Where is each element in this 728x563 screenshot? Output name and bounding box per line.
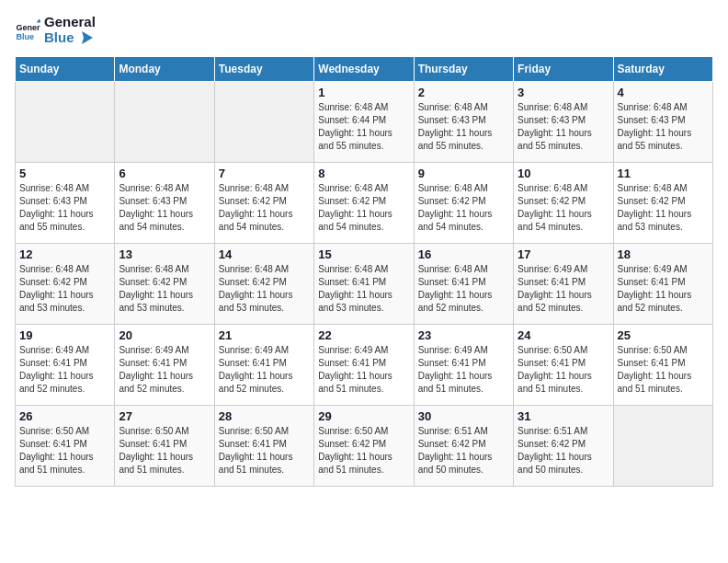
calendar-cell: 6Sunrise: 6:48 AMSunset: 6:43 PMDaylight… xyxy=(115,163,214,244)
logo-icon: General Blue xyxy=(15,17,40,43)
logo-blue: Blue xyxy=(44,30,96,46)
calendar-cell: 24Sunrise: 6:50 AMSunset: 6:41 PMDayligh… xyxy=(514,325,613,406)
day-number: 25 xyxy=(618,328,709,342)
calendar-cell xyxy=(613,406,712,487)
day-info: Sunrise: 6:48 AMSunset: 6:43 PMDaylight:… xyxy=(19,182,110,234)
calendar-cell: 12Sunrise: 6:48 AMSunset: 6:42 PMDayligh… xyxy=(16,244,115,325)
calendar-cell: 19Sunrise: 6:49 AMSunset: 6:41 PMDayligh… xyxy=(16,325,115,406)
day-number: 17 xyxy=(518,247,609,261)
day-info: Sunrise: 6:49 AMSunset: 6:41 PMDaylight:… xyxy=(418,344,509,396)
day-number: 29 xyxy=(318,409,409,423)
day-number: 15 xyxy=(318,247,409,261)
calendar-cell: 8Sunrise: 6:48 AMSunset: 6:42 PMDaylight… xyxy=(314,163,414,244)
calendar-cell: 15Sunrise: 6:48 AMSunset: 6:41 PMDayligh… xyxy=(314,244,414,325)
day-info: Sunrise: 6:48 AMSunset: 6:43 PMDaylight:… xyxy=(418,101,509,153)
weekday-header-thursday: Thursday xyxy=(414,57,513,82)
day-number: 30 xyxy=(418,409,509,423)
day-number: 13 xyxy=(119,247,210,261)
day-number: 20 xyxy=(119,328,210,342)
day-info: Sunrise: 6:50 AMSunset: 6:41 PMDaylight:… xyxy=(19,425,110,477)
day-info: Sunrise: 6:48 AMSunset: 6:42 PMDaylight:… xyxy=(119,263,210,315)
day-number: 21 xyxy=(219,328,310,342)
calendar-cell: 23Sunrise: 6:49 AMSunset: 6:41 PMDayligh… xyxy=(414,325,513,406)
day-number: 31 xyxy=(518,409,609,423)
svg-text:Blue: Blue xyxy=(16,31,34,40)
day-info: Sunrise: 6:48 AMSunset: 6:42 PMDaylight:… xyxy=(318,182,409,234)
calendar-cell: 17Sunrise: 6:49 AMSunset: 6:41 PMDayligh… xyxy=(514,244,613,325)
calendar-week-5: 26Sunrise: 6:50 AMSunset: 6:41 PMDayligh… xyxy=(16,406,713,487)
calendar-cell xyxy=(16,82,115,163)
day-number: 6 xyxy=(119,167,210,180)
day-info: Sunrise: 6:48 AMSunset: 6:43 PMDaylight:… xyxy=(119,182,210,234)
calendar-cell: 1Sunrise: 6:48 AMSunset: 6:44 PMDaylight… xyxy=(314,82,414,163)
calendar-cell: 22Sunrise: 6:49 AMSunset: 6:41 PMDayligh… xyxy=(314,325,414,406)
calendar-cell: 4Sunrise: 6:48 AMSunset: 6:43 PMDaylight… xyxy=(613,82,712,163)
calendar-cell: 28Sunrise: 6:50 AMSunset: 6:41 PMDayligh… xyxy=(214,406,313,487)
calendar-week-3: 12Sunrise: 6:48 AMSunset: 6:42 PMDayligh… xyxy=(16,244,713,325)
calendar-table: SundayMondayTuesdayWednesdayThursdayFrid… xyxy=(15,56,713,487)
day-number: 10 xyxy=(518,167,609,180)
weekday-header-sunday: Sunday xyxy=(16,57,115,82)
weekday-header-monday: Monday xyxy=(115,57,214,82)
calendar-cell: 7Sunrise: 6:48 AMSunset: 6:42 PMDaylight… xyxy=(214,163,313,244)
svg-text:General: General xyxy=(16,23,40,32)
day-info: Sunrise: 6:48 AMSunset: 6:42 PMDaylight:… xyxy=(219,263,310,315)
calendar-cell: 9Sunrise: 6:48 AMSunset: 6:42 PMDaylight… xyxy=(414,163,513,244)
day-number: 5 xyxy=(19,167,110,180)
logo-arrow-icon xyxy=(76,31,93,44)
calendar-cell: 25Sunrise: 6:50 AMSunset: 6:41 PMDayligh… xyxy=(613,325,712,406)
day-info: Sunrise: 6:48 AMSunset: 6:42 PMDaylight:… xyxy=(518,182,609,234)
day-info: Sunrise: 6:49 AMSunset: 6:41 PMDaylight:… xyxy=(219,344,310,396)
day-info: Sunrise: 6:48 AMSunset: 6:43 PMDaylight:… xyxy=(618,101,709,153)
calendar-cell: 20Sunrise: 6:49 AMSunset: 6:41 PMDayligh… xyxy=(115,325,214,406)
day-number: 16 xyxy=(418,247,509,261)
calendar-cell xyxy=(115,82,214,163)
day-info: Sunrise: 6:50 AMSunset: 6:41 PMDaylight:… xyxy=(618,344,709,396)
calendar-cell: 13Sunrise: 6:48 AMSunset: 6:42 PMDayligh… xyxy=(115,244,214,325)
day-info: Sunrise: 6:50 AMSunset: 6:41 PMDaylight:… xyxy=(219,425,310,477)
calendar-week-4: 19Sunrise: 6:49 AMSunset: 6:41 PMDayligh… xyxy=(16,325,713,406)
calendar-cell: 3Sunrise: 6:48 AMSunset: 6:43 PMDaylight… xyxy=(514,82,613,163)
weekday-header-saturday: Saturday xyxy=(613,57,712,82)
day-info: Sunrise: 6:48 AMSunset: 6:44 PMDaylight:… xyxy=(318,101,409,153)
day-number: 22 xyxy=(318,328,409,342)
logo-general: General xyxy=(44,15,96,30)
day-number: 18 xyxy=(618,247,709,261)
day-number: 14 xyxy=(219,247,310,261)
day-info: Sunrise: 6:49 AMSunset: 6:41 PMDaylight:… xyxy=(119,344,210,396)
calendar-cell: 31Sunrise: 6:51 AMSunset: 6:42 PMDayligh… xyxy=(514,406,613,487)
day-info: Sunrise: 6:51 AMSunset: 6:42 PMDaylight:… xyxy=(418,425,509,477)
day-info: Sunrise: 6:48 AMSunset: 6:43 PMDaylight:… xyxy=(518,101,609,153)
day-info: Sunrise: 6:49 AMSunset: 6:41 PMDaylight:… xyxy=(618,263,709,315)
day-number: 12 xyxy=(19,247,110,261)
day-number: 27 xyxy=(119,409,210,423)
calendar-header-row: SundayMondayTuesdayWednesdayThursdayFrid… xyxy=(16,57,713,82)
calendar-cell: 29Sunrise: 6:50 AMSunset: 6:42 PMDayligh… xyxy=(314,406,414,487)
weekday-header-friday: Friday xyxy=(514,57,613,82)
calendar-cell: 26Sunrise: 6:50 AMSunset: 6:41 PMDayligh… xyxy=(16,406,115,487)
weekday-header-wednesday: Wednesday xyxy=(314,57,414,82)
day-number: 4 xyxy=(618,86,709,99)
day-info: Sunrise: 6:48 AMSunset: 6:42 PMDaylight:… xyxy=(418,182,509,234)
page-header: General Blue General Blue xyxy=(15,15,713,45)
day-number: 11 xyxy=(618,167,709,180)
calendar-cell xyxy=(214,82,313,163)
day-number: 26 xyxy=(19,409,110,423)
day-number: 23 xyxy=(418,328,509,342)
day-info: Sunrise: 6:50 AMSunset: 6:41 PMDaylight:… xyxy=(518,344,609,396)
day-info: Sunrise: 6:48 AMSunset: 6:42 PMDaylight:… xyxy=(618,182,709,234)
day-number: 24 xyxy=(518,328,609,342)
day-info: Sunrise: 6:51 AMSunset: 6:42 PMDaylight:… xyxy=(518,425,609,477)
weekday-header-tuesday: Tuesday xyxy=(214,57,313,82)
day-number: 3 xyxy=(518,86,609,99)
day-number: 1 xyxy=(318,86,409,99)
day-info: Sunrise: 6:49 AMSunset: 6:41 PMDaylight:… xyxy=(318,344,409,396)
calendar-cell: 2Sunrise: 6:48 AMSunset: 6:43 PMDaylight… xyxy=(414,82,513,163)
calendar-week-2: 5Sunrise: 6:48 AMSunset: 6:43 PMDaylight… xyxy=(16,163,713,244)
calendar-cell: 14Sunrise: 6:48 AMSunset: 6:42 PMDayligh… xyxy=(214,244,313,325)
day-number: 7 xyxy=(219,167,310,180)
calendar-body: 1Sunrise: 6:48 AMSunset: 6:44 PMDaylight… xyxy=(16,82,713,487)
calendar-cell: 11Sunrise: 6:48 AMSunset: 6:42 PMDayligh… xyxy=(613,163,712,244)
day-info: Sunrise: 6:48 AMSunset: 6:42 PMDaylight:… xyxy=(219,182,310,234)
calendar-cell: 10Sunrise: 6:48 AMSunset: 6:42 PMDayligh… xyxy=(514,163,613,244)
